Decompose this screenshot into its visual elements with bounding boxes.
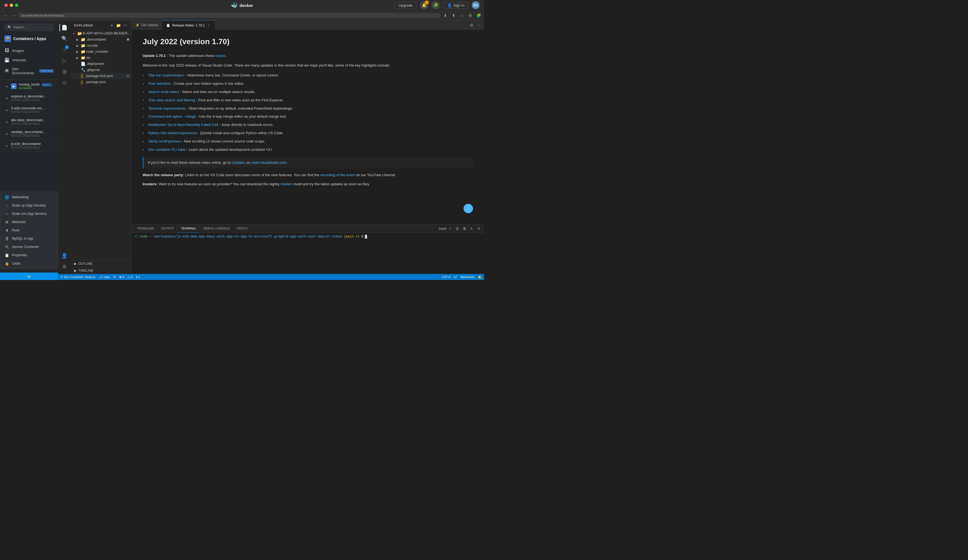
tab-output[interactable]: OUTPUT (158, 225, 177, 233)
container-item[interactable]: ▶ ▶ musing_booth vsc-b... RUNNING (0, 80, 58, 92)
menu-item-scale-out[interactable]: ↔ Scale out (App Service) (0, 210, 58, 218)
status-encoding[interactable]: UTF-8 (442, 275, 450, 279)
chevron-up-icon[interactable]: ∧ (469, 226, 475, 232)
container-item[interactable]: ▶ dev-diary_devcontain... EXITED (UNDEFI… (0, 116, 58, 128)
activity-explorer[interactable]: 📄 (60, 23, 70, 33)
terminal-improvements-link[interactable]: Terminal improvements (148, 106, 186, 111)
back-button[interactable]: ← (2, 12, 9, 19)
extension-button[interactable]: 🧩 (431, 1, 440, 9)
tab-release-notes[interactable]: 📋 Release Notes: 1.70.1 ✕ (162, 20, 215, 30)
menu-item-properties[interactable]: 📋 Properties (0, 251, 58, 259)
add-terminal-icon[interactable]: + (447, 226, 453, 232)
activity-remote[interactable]: ⊙ (60, 78, 70, 88)
container-item[interactable]: ▶ js-e2e_devcontainer EXITED (UNDEFINED) (0, 140, 58, 152)
list-item[interactable]: 📄 .deployment (71, 61, 131, 67)
notifications-button[interactable]: 🔔 ! (420, 1, 428, 9)
status-feedback[interactable]: 🔔 (478, 275, 482, 279)
status-branch[interactable]: ⎇ main (99, 275, 110, 279)
menu-item-locks[interactable]: 🔒 Locks (0, 259, 58, 268)
timeline-panel[interactable]: ▶ TIMELINE (71, 267, 131, 274)
visualstudio-link[interactable]: code.visualstudio.com (251, 160, 287, 165)
container-item[interactable]: ▶ 3-add-cosmosdb-mo... EXITED (UNDEFINED… (0, 104, 58, 116)
trash-icon[interactable]: 🗑 (461, 226, 467, 232)
forward-button[interactable]: → (10, 12, 17, 19)
new-file-icon[interactable]: + (109, 23, 115, 28)
maximize-button[interactable] (15, 3, 18, 7)
sidebar-item-images[interactable]: 🖼 Images (0, 46, 58, 55)
python-link[interactable]: Python Get started experience (148, 131, 197, 135)
list-item[interactable]: {} package.json (71, 79, 131, 85)
user-avatar[interactable]: En (472, 2, 479, 9)
activity-extensions[interactable]: ⊞ (60, 67, 70, 77)
menu-item-networking[interactable]: 🌐 Networking (0, 193, 58, 201)
menu-item-mysql[interactable]: 🗄 MySQL In App (0, 235, 58, 243)
list-item[interactable]: ▶ 📁 .vscode (71, 43, 131, 49)
list-item[interactable]: 🔧 .gitignore (71, 67, 131, 73)
dev-container-link[interactable]: Dev container CLI topic (148, 147, 186, 152)
split-terminal-icon[interactable]: ⊟ (454, 226, 460, 232)
tab-get-started[interactable]: ⚡ Get Started (132, 20, 162, 30)
tab-debug-console[interactable]: DEBUG CONSOLE (200, 225, 233, 233)
status-info[interactable]: ℹ 0 (136, 275, 139, 279)
signin-button[interactable]: 👤 Sign in (443, 2, 469, 9)
close-tab-icon[interactable]: ✕ (207, 23, 211, 28)
new-folder-icon[interactable]: 📁 (116, 23, 121, 28)
command-line-link[interactable]: Command line option --merge (148, 114, 196, 119)
scroll-top-button[interactable]: ↑ (464, 204, 473, 213)
tree-root[interactable]: ▾ 📂 B-APP-WITH-USER-BEARER-TOKEN [DE... (71, 30, 131, 36)
notebooks-link[interactable]: Notebooks: Go to Most Recently Failed Ce… (148, 122, 218, 127)
tab-problems[interactable]: PROBLEMS (134, 225, 157, 233)
status-language[interactable]: Markdown (461, 275, 475, 279)
close-button[interactable] (5, 3, 8, 7)
container-item[interactable]: ▶ vanillajs_devcontaine... EXITED (UNDEF… (0, 128, 58, 140)
insiders-link[interactable]: Insiders (280, 182, 293, 186)
tab-terminal[interactable]: TERMINAL (177, 225, 200, 233)
extension-icon[interactable]: 🧩 (475, 12, 482, 19)
share-icon[interactable]: ⬆ (450, 12, 457, 19)
tree-view-link[interactable]: Tree view search and filtering (148, 98, 195, 102)
close-terminal-icon[interactable]: ✕ (476, 226, 482, 232)
search-multi-select-link[interactable]: Search multi-select (148, 90, 179, 94)
list-item[interactable]: ▶ 📁 node_modules (71, 49, 131, 55)
menu-item-webjobs[interactable]: ⚙ WebJobs (0, 218, 58, 226)
container-item[interactable]: ▶ express-a_devcontain... EXITED (UNDEFI… (0, 92, 58, 104)
docker-search-input[interactable]: 🔍 Search... (5, 24, 54, 31)
fold-selection-link[interactable]: Fold selection (148, 81, 171, 86)
menu-item-scale-up[interactable]: ↑ Scale up (App Service) (0, 201, 58, 210)
status-remote[interactable]: ⊙ Dev Container: Node.js (60, 275, 95, 279)
list-item: Dev container CLI topic - Learn about th… (143, 147, 473, 153)
activity-run[interactable]: ▷ (60, 56, 70, 66)
upgrade-button[interactable]: Upgrade (394, 2, 416, 9)
outline-panel[interactable]: ▶ OUTLINE (71, 260, 131, 267)
recording-link[interactable]: recording of the event (320, 173, 355, 177)
tab-ports[interactable]: PORTS (234, 225, 251, 233)
activity-source-control[interactable]: ⑂ 5 (60, 45, 70, 55)
settings-icon[interactable]: ⚙ (467, 12, 474, 19)
menu-item-service-connector[interactable]: 🔌 Service Connector (0, 243, 58, 251)
status-warnings[interactable]: ⚠ 0 (128, 275, 133, 279)
minimize-button[interactable] (10, 3, 13, 7)
menu-item-push[interactable]: ⬆ Push (0, 226, 58, 235)
list-item[interactable]: ▶ 📁 src (71, 55, 131, 61)
more-actions-icon[interactable]: ⋯ (476, 22, 482, 28)
issues-link[interactable]: issues (215, 54, 225, 58)
title-bar-link[interactable]: Title bar customization (148, 73, 184, 77)
url-path[interactable]: providers/Microsoft.Web/sites/2... (19, 13, 440, 18)
sidebar-item-volumes[interactable]: 💾 Volumes (0, 55, 58, 64)
activity-search[interactable]: 🔍 (60, 34, 70, 44)
status-eol[interactable]: LF (454, 275, 457, 279)
list-item[interactable]: ▶ 📁 .devcontainer (71, 36, 131, 43)
sidebar-item-dev-environments[interactable]: 🛠 Dev Environments PREVIEW (0, 64, 58, 77)
sticky-scroll-link[interactable]: Sticky scroll preview (148, 139, 181, 143)
split-editor-icon[interactable]: ⊟ (469, 22, 475, 28)
activity-settings[interactable]: ⚙ (60, 262, 70, 272)
updates-link[interactable]: Updates (232, 160, 245, 165)
list-item[interactable]: {} package-lock.json U (71, 73, 131, 79)
activity-accounts[interactable]: 👤 (60, 251, 70, 261)
whale-bottom-button[interactable]: 🐳 (0, 273, 58, 280)
download-icon[interactable]: ⬇ (442, 12, 449, 19)
bookmark-icon[interactable]: ☆ (459, 12, 465, 19)
status-errors[interactable]: ⊗ 0 (119, 275, 124, 279)
more-icon[interactable]: ⋯ (123, 23, 128, 28)
status-sync[interactable]: ⟳ (113, 275, 116, 279)
